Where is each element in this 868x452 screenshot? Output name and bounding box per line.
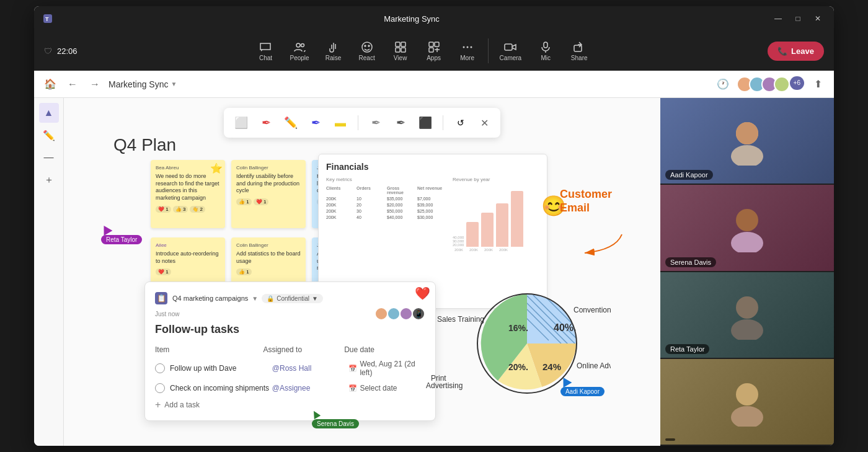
pen-black[interactable]: ⬛ — [415, 112, 435, 134]
note-5-author: Colin Ballinger — [236, 242, 301, 248]
meeting-left: 🛡 22:06 — [44, 47, 78, 56]
avatar-4 — [774, 76, 790, 92]
navbar: 🏠 ← → Marketing Sync ▼ 🕐 +6 ⬆ — [34, 71, 834, 98]
react-button[interactable]: React — [352, 37, 383, 65]
confidential-text: Confidential — [277, 295, 309, 302]
video-tile-reta: Reta Taylor — [660, 272, 834, 359]
r-thumbs: 👍 1 — [236, 198, 252, 205]
meeting-right: 📞 Leave — [768, 42, 824, 61]
avatar-count: +6 — [790, 76, 804, 90]
note-1-text: We need to do more research to find the … — [156, 173, 220, 202]
tasks-avatar-3 — [399, 307, 413, 321]
reta-avatar-svg — [722, 290, 772, 340]
share-nav-button[interactable]: ⬆ — [809, 76, 826, 93]
meeting-time: 22:06 — [57, 47, 78, 56]
svg-point-29 — [731, 406, 763, 427]
more-label: More — [460, 55, 474, 61]
task-1-assigned: @Ross Hall — [272, 364, 349, 373]
raise-button[interactable]: Raise — [318, 37, 349, 65]
zoom-out-tool[interactable]: — — [39, 148, 59, 167]
r5-thumbs: 👍 1 — [236, 268, 252, 275]
breadcrumb[interactable]: Marketing Sync ▼ — [108, 79, 177, 89]
back-button[interactable]: ← — [64, 76, 81, 93]
svg-point-16 — [470, 46, 472, 48]
chart-labels-y: 40,000 30,000 20,000 — [453, 185, 464, 247]
svg-point-5 — [365, 45, 366, 47]
bar-2 — [481, 213, 494, 247]
col-item: Item — [155, 343, 263, 355]
tasks-campaign: Q4 marketing campaigns — [172, 295, 248, 302]
tasks-icon: 📋 — [155, 292, 167, 304]
forward-button[interactable]: → — [86, 76, 104, 93]
video-tile-serena: Serena Davis — [660, 185, 834, 272]
sidebar-tools: ▲ ✏️ — ＋ — [34, 98, 64, 446]
task-2-assigned: @Assignee — [272, 384, 349, 392]
camera-button[interactable]: Camera — [494, 37, 528, 65]
view-label: View — [394, 55, 407, 61]
reta-cursor: Reta Taylor — [101, 225, 142, 244]
add-task-button[interactable]: + Add a task — [155, 399, 425, 410]
add-tool[interactable]: ＋ — [39, 170, 59, 190]
svg-rect-18 — [544, 42, 547, 48]
chat-button[interactable]: Chat — [250, 37, 281, 65]
home-button[interactable]: 🏠 — [42, 76, 59, 93]
select-tool[interactable]: ▲ — [39, 103, 59, 123]
svg-point-24 — [736, 209, 758, 231]
more-button[interactable]: More — [452, 37, 483, 65]
history-button[interactable]: 🕐 — [714, 76, 732, 93]
sticky-note-2[interactable]: Colin Ballinger Identify usability befor… — [231, 160, 306, 228]
bar-1 — [466, 222, 479, 247]
svg-rect-11 — [429, 42, 433, 47]
km-row-4: 200K 40 $40,000 $30,000 — [326, 215, 445, 219]
label-print2: Advertising — [426, 381, 463, 390]
pen-gray1[interactable]: ✒ — [366, 112, 386, 134]
share-button[interactable]: Share — [564, 37, 595, 65]
eraser-tool[interactable]: ⬜ — [231, 112, 251, 134]
pct-conventions: 40%. — [554, 322, 576, 333]
whiteboard-canvas[interactable]: ⬜ ✒ ✏️ ✒ ▬ ✒ ✒ ⬛ ↺ ✕ Q4 Plan Reta Taylor — [64, 98, 660, 446]
pen-red[interactable]: ✒ — [256, 112, 276, 134]
note-4-author: Ailee — [156, 242, 220, 248]
close-pen-toolbar[interactable]: ✕ — [476, 114, 493, 131]
pen-pencil[interactable]: ✏️ — [281, 112, 301, 134]
task-1-checkbox[interactable] — [155, 363, 165, 373]
sticky-note-1[interactable]: Bea Abreu We need to do more research to… — [151, 160, 225, 228]
video-panel: Aadi Kapoor Serena Davis — [660, 98, 834, 446]
key-metrics: Key metrics Clients Orders Gross revenue… — [326, 177, 445, 252]
pen-blue[interactable]: ✒ — [306, 112, 326, 134]
confidential-badge: 🔒 Confidential ▼ — [262, 294, 323, 303]
4th-name-label — [665, 438, 675, 441]
note-2-reactions: 👍 1 ❤️ 1 — [236, 198, 301, 205]
bar-4 — [511, 191, 523, 247]
undo-pen[interactable]: ↺ — [451, 112, 471, 134]
tasks-timestamp-row: Just now 📱 — [155, 307, 425, 321]
pie-chart-svg: Conventions Online Advertising Print Adv… — [412, 260, 611, 421]
apps-button[interactable]: Apps — [418, 37, 450, 65]
4th-avatar-svg — [722, 377, 772, 427]
camera-label: Camera — [500, 55, 522, 61]
serena-cursor-triangle — [311, 409, 321, 419]
pen-tool[interactable]: ✏️ — [39, 125, 59, 145]
note-4-text: Introduce auto-reordering to notes — [156, 250, 220, 265]
bar-3 — [496, 203, 508, 247]
svg-point-15 — [466, 46, 468, 48]
label-online: Online Advertising — [577, 361, 611, 370]
minimize-button[interactable]: — — [769, 10, 787, 27]
mic-button[interactable]: Mic — [530, 37, 561, 65]
people-button[interactable]: People — [283, 37, 315, 65]
maximize-button[interactable]: □ — [789, 10, 807, 27]
customer-email-text: Customer Email — [560, 188, 622, 215]
pen-gray2[interactable]: ✒ — [391, 112, 410, 134]
pie-chart-section: Conventions Online Advertising Print Adv… — [412, 260, 611, 421]
view-button[interactable]: View — [385, 37, 416, 65]
r4-heart: ❤️ 1 — [156, 268, 171, 275]
svg-point-25 — [731, 232, 763, 252]
breadcrumb-arrow: ▼ — [170, 81, 177, 87]
reaction-heart: ❤️ 1 — [156, 206, 171, 213]
leave-button[interactable]: 📞 Leave — [768, 42, 824, 61]
add-task-plus-icon: + — [155, 399, 161, 410]
close-button[interactable]: ✕ — [809, 10, 826, 27]
4th-video — [660, 359, 834, 445]
task-2-checkbox[interactable] — [155, 383, 165, 393]
highlighter-yellow[interactable]: ▬ — [330, 112, 350, 134]
